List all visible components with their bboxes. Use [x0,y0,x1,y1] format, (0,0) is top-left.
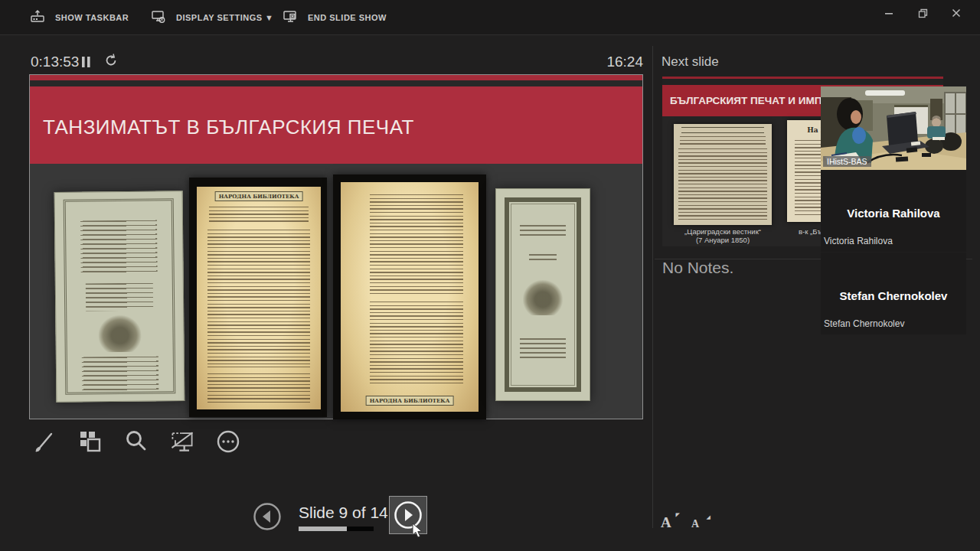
participant-corner-label: Stefan Chernokolev [824,318,904,329]
document-cover-right [495,188,590,401]
library-stamp-bottom: НАРОДНА БИБЛИОТЕКА [366,396,454,406]
caret-up-icon: ◤ [676,512,680,518]
document-page-right: НАРОДНА БИБЛИОТЕКА [341,182,479,412]
video-conference-overlay: IHistS-BAS Victoria Rahilova Victoria Ra… [821,86,966,334]
previous-slide-button[interactable] [253,502,282,531]
restart-timer-button[interactable] [103,53,119,70]
pause-timer-button[interactable] [80,54,96,71]
taskbar-icon [29,9,46,26]
document-page-left: НАРОДНА БИБЛИОТЕКА [197,187,321,409]
webcam-name-label: IHistS-BAS [823,156,871,167]
black-screen-toggle-button[interactable] [168,427,196,456]
slide-progress-fill [299,527,347,531]
document-photo-right: НАРОДНА БИБЛИОТЕКА [333,174,486,419]
notes-text: No Notes. [662,259,733,277]
restore-button[interactable] [913,3,933,23]
clock-time: 16:24 [606,54,643,70]
minimize-button[interactable] [879,3,899,23]
library-stamp-top: НАРОДНА БИБЛИОТЕКА [215,191,303,201]
slide-content-documents: НАРОДНА БИБЛИОТЕКА НАРОДНА БИБЛИОТЕКА [30,164,642,419]
show-taskbar-button[interactable]: SHOW TASKBAR [29,0,129,35]
newspaper-left-caption: „Цариградски вестник“ (7 Ануари 1850) [674,227,772,244]
webcam-video-tile[interactable]: IHistS-BAS [821,86,966,170]
end-show-icon [282,9,299,26]
current-slide-view[interactable]: ТАНЗИМАТЪТ В БЪЛГАРСКИЯ ПЕЧАТ НАРОДНА БИ… [29,74,643,419]
presenter-toolbar: SHOW TASKBAR DISPLAY SETTINGS ▼ [0,0,980,35]
participant-display-name: Victoria Rahilova [821,207,966,220]
annotation-toolbar [31,427,242,458]
timer-bar: 0:13:53 16:24 [29,52,643,73]
presenter-view-window: SHOW TASKBAR DISPLAY SETTINGS ▼ [0,0,980,551]
show-taskbar-label: SHOW TASKBAR [55,13,129,22]
slide-progress-bar [299,527,374,531]
elapsed-time: 0:13:53 [31,54,79,70]
slide-title: ТАНЗИМАТЪТ В БЪЛГАРСКИЯ ПЕЧАТ [43,116,414,139]
participant-display-name: Stefan Chernokolev [821,289,966,302]
pen-tool-button[interactable] [31,427,58,456]
slide-title-banner: ТАНЗИМАТЪТ В БЪЛГАРСКИЯ ПЕЧАТ [30,86,642,164]
decrease-font-button[interactable]: A ◢ [691,514,711,534]
display-settings-label: DISPLAY SETTINGS ▼ [176,13,273,22]
panel-divider [652,46,653,528]
slide-counter: Slide 9 of 14 [299,504,375,522]
participant-tile-stefan[interactable]: Stefan Chernokolev Stefan Chernokolev [821,253,966,334]
zoom-tool-button[interactable] [122,427,150,456]
mouse-cursor [412,523,424,540]
participant-tile-victoria[interactable]: Victoria Rahilova Victoria Rahilova [821,170,966,252]
see-all-slides-button[interactable] [77,427,104,456]
more-options-button[interactable] [214,427,242,456]
window-controls [879,3,966,23]
thumb-banner-gap [662,79,943,85]
end-slide-show-label: END SLIDE SHOW [308,13,387,22]
next-slide-header: Next slide [662,54,719,70]
increase-font-button[interactable]: A ◤ [661,514,681,534]
slide-banner-gap [30,80,642,86]
caret-down-icon: ◢ [707,514,710,520]
display-settings-button[interactable]: DISPLAY SETTINGS ▼ [150,0,273,35]
participant-corner-label: Victoria Rahilova [824,236,893,246]
slide-navigation: Slide 9 of 14 [245,494,444,540]
newspaper-left [674,124,772,225]
end-slide-show-button[interactable]: END SLIDE SHOW [282,0,387,35]
next-slide-button[interactable] [389,496,427,534]
display-settings-icon [150,9,167,26]
document-cover-left [54,191,185,403]
close-button[interactable] [946,3,966,23]
slide-top-strip [30,75,642,80]
notes-font-controls: A ◤ A ◢ [661,514,711,534]
document-photo-left: НАРОДНА БИБЛИОТЕКА [189,178,327,417]
